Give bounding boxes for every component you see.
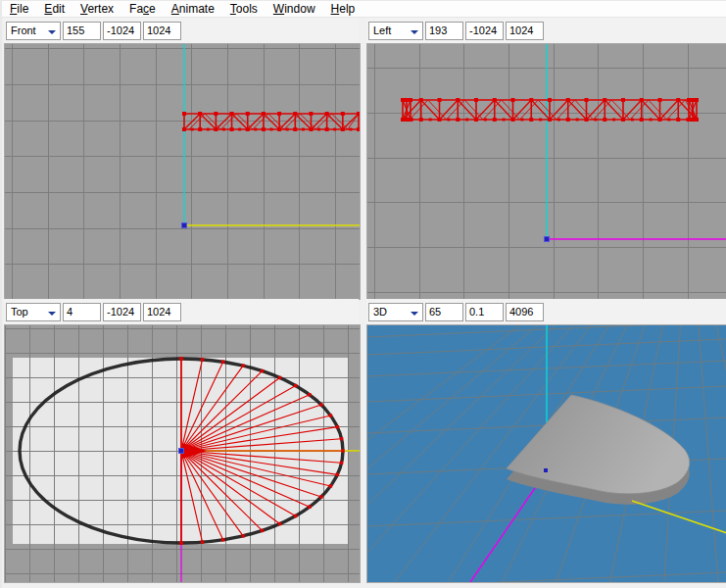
- persp-near-input[interactable]: [465, 303, 504, 321]
- top-viewport[interactable]: [4, 324, 361, 583]
- top-max-input[interactable]: [143, 303, 181, 321]
- front-zoom-input[interactable]: [63, 22, 101, 40]
- front-viewport[interactable]: [4, 43, 361, 300]
- menu-bar: File Edit Vertex Face Animate Tools Wind…: [2, 1, 726, 18]
- chevron-down-icon: [411, 312, 418, 316]
- left-max-input[interactable]: [506, 22, 544, 40]
- top-view-mode-select[interactable]: Top: [6, 303, 61, 321]
- menu-tools[interactable]: Tools: [222, 2, 266, 16]
- left-view-mode-value: Left: [373, 24, 391, 36]
- origin-dot: [544, 236, 550, 242]
- persp-far-input[interactable]: [506, 303, 544, 321]
- top-zoom-input[interactable]: [63, 303, 101, 321]
- left-view-mode-select[interactable]: Left: [368, 22, 423, 40]
- menu-help[interactable]: Help: [323, 2, 363, 16]
- chevron-down-icon: [411, 30, 418, 34]
- left-min-input[interactable]: [465, 22, 504, 40]
- left-toolbar: Left: [366, 18, 726, 43]
- persp-fov-input[interactable]: [425, 303, 463, 321]
- front-max-input[interactable]: [143, 22, 181, 40]
- origin-dot: [178, 448, 184, 454]
- left-zoom-input[interactable]: [425, 22, 463, 40]
- front-toolbar: Front: [4, 18, 359, 43]
- persp-view-mode-value: 3D: [373, 306, 387, 318]
- front-viewport-canvas[interactable]: [5, 44, 360, 299]
- persp-view-mode-select[interactable]: 3D: [368, 303, 423, 321]
- top-toolbar: Top: [4, 299, 359, 324]
- milkshape-window: File Edit Vertex Face Animate Tools Wind…: [0, 0, 726, 588]
- persp-toolbar: 3D: [366, 299, 726, 324]
- front-min-input[interactable]: [103, 22, 141, 40]
- menu-animate[interactable]: Animate: [164, 2, 222, 16]
- top-view-mode-value: Top: [11, 306, 28, 318]
- chevron-down-icon: [48, 30, 56, 34]
- origin-dot: [181, 222, 187, 228]
- left-viewport[interactable]: [366, 43, 726, 300]
- front-view-mode-select[interactable]: Front: [6, 22, 61, 40]
- left-viewport-canvas[interactable]: [367, 44, 726, 299]
- top-min-input[interactable]: [103, 303, 141, 321]
- persp-viewport[interactable]: [366, 324, 726, 583]
- menu-vertex[interactable]: Vertex: [73, 2, 121, 16]
- top-viewport-canvas[interactable]: [5, 325, 360, 582]
- menu-face[interactable]: Face: [121, 2, 164, 16]
- menu-window[interactable]: Window: [266, 2, 323, 16]
- menu-edit[interactable]: Edit: [36, 2, 73, 16]
- menu-file[interactable]: File: [2, 2, 36, 16]
- persp-viewport-canvas[interactable]: [367, 325, 726, 582]
- front-view-mode-value: Front: [11, 24, 36, 36]
- chevron-down-icon: [48, 312, 56, 316]
